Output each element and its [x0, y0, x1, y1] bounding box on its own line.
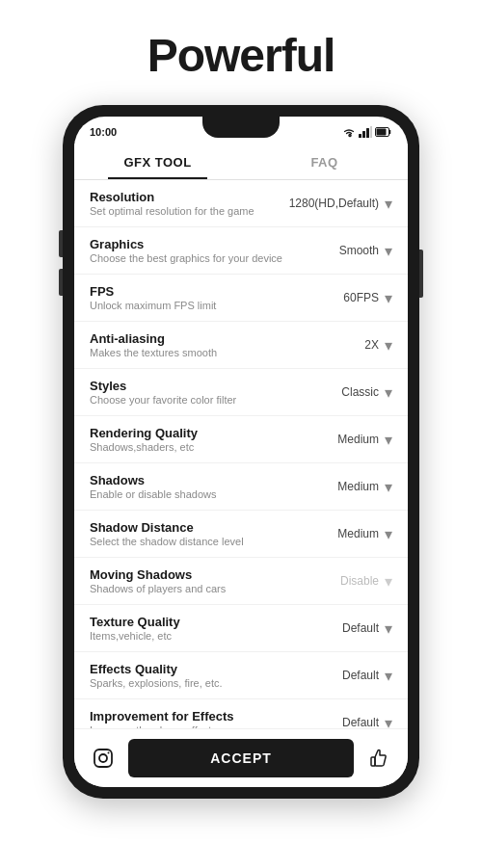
setting-desc-shadows: Enable or disable shadows [90, 488, 337, 500]
setting-item-texture-quality[interactable]: Texture QualityItems,vehicle, etcDefault… [74, 605, 408, 652]
dropdown-arrow-resolution: ▾ [385, 195, 392, 213]
phone-screen: 10:00 [74, 117, 408, 787]
setting-desc-anti-aliasing: Makes the textures smooth [90, 347, 364, 358]
thumbsup-icon [368, 748, 389, 769]
svg-rect-2 [366, 128, 369, 138]
setting-info-graphics: GraphicsChoose the best graphics for you… [90, 237, 339, 264]
svg-rect-1 [362, 131, 365, 138]
setting-info-resolution: ResolutionSet optimal resolution for the… [90, 190, 289, 217]
setting-value-text-graphics: Smooth [339, 244, 379, 257]
setting-value-texture-quality[interactable]: Default▾ [342, 619, 392, 638]
setting-value-resolution[interactable]: 1280(HD,Default)▾ [289, 195, 392, 213]
svg-rect-6 [94, 750, 112, 767]
setting-value-anti-aliasing[interactable]: 2X▾ [364, 336, 392, 355]
setting-title-moving-shadows: Moving Shadows [90, 567, 340, 582]
setting-value-text-styles: Classic [341, 385, 379, 399]
setting-info-texture-quality: Texture QualityItems,vehicle, etc [90, 615, 342, 642]
dropdown-arrow-shadows: ▾ [385, 478, 392, 496]
setting-info-fps: FPSUnlock maximum FPS limit [90, 284, 343, 311]
setting-value-shadow-distance[interactable]: Medium▾ [337, 525, 392, 543]
volume-down-button [59, 269, 63, 296]
phone-frame: 10:00 [63, 105, 419, 799]
setting-value-shadows[interactable]: Medium▾ [337, 478, 392, 496]
setting-title-resolution: Resolution [90, 190, 289, 204]
setting-value-text-shadows: Medium [337, 480, 379, 493]
setting-item-styles[interactable]: StylesChoose your favorite color filterC… [74, 369, 408, 416]
setting-value-text-moving-shadows: Disable [340, 574, 379, 588]
svg-point-7 [99, 754, 107, 762]
setting-desc-texture-quality: Items,vehicle, etc [90, 630, 342, 642]
setting-desc-styles: Choose your favorite color filter [90, 394, 341, 406]
setting-value-graphics[interactable]: Smooth▾ [339, 242, 392, 260]
tabs: GFX TOOL FAQ [74, 144, 408, 180]
setting-value-text-improvement-effects: Default [342, 716, 379, 728]
tab-faq[interactable]: FAQ [241, 144, 408, 179]
thumbsup-button[interactable] [362, 741, 396, 776]
tab-gfx-tool[interactable]: GFX TOOL [74, 144, 241, 179]
setting-value-text-fps: 60FPS [343, 291, 379, 304]
setting-value-text-rendering-quality: Medium [337, 433, 379, 446]
setting-info-anti-aliasing: Anti-aliasingMakes the textures smooth [90, 331, 364, 358]
setting-title-improvement-effects: Improvement for Effects [90, 709, 342, 723]
setting-item-resolution[interactable]: ResolutionSet optimal resolution for the… [74, 180, 408, 227]
wifi-icon [342, 126, 356, 138]
signal-icon [359, 126, 372, 138]
setting-item-shadow-distance[interactable]: Shadow DistanceSelect the shadow distanc… [74, 511, 408, 558]
svg-point-8 [108, 752, 110, 754]
setting-desc-effects-quality: Sparks, explosions, fire, etc. [90, 677, 342, 689]
setting-title-texture-quality: Texture Quality [90, 615, 342, 629]
notch [202, 117, 280, 138]
setting-info-styles: StylesChoose your favorite color filter [90, 379, 341, 406]
setting-desc-rendering-quality: Shadows,shaders, etc [90, 441, 337, 453]
setting-desc-resolution: Set optimal resolution for the game [90, 205, 289, 217]
setting-title-graphics: Graphics [90, 237, 339, 251]
setting-item-graphics[interactable]: GraphicsChoose the best graphics for you… [74, 227, 408, 275]
bottom-bar: ACCEPT [74, 728, 408, 787]
setting-desc-moving-shadows: Shadows of players and cars [90, 583, 340, 594]
setting-info-moving-shadows: Moving ShadowsShadows of players and car… [90, 567, 340, 594]
status-icons [342, 126, 392, 138]
setting-item-shadows[interactable]: ShadowsEnable or disable shadowsMedium▾ [74, 463, 408, 511]
setting-info-rendering-quality: Rendering QualityShadows,shaders, etc [90, 426, 337, 453]
setting-item-effects-quality[interactable]: Effects QualitySparks, explosions, fire,… [74, 652, 408, 699]
svg-rect-9 [371, 757, 375, 766]
settings-list: ResolutionSet optimal resolution for the… [74, 180, 408, 728]
setting-item-fps[interactable]: FPSUnlock maximum FPS limit60FPS▾ [74, 275, 408, 322]
setting-value-improvement-effects[interactable]: Default▾ [342, 714, 392, 729]
setting-desc-shadow-distance: Select the shadow distance level [90, 536, 337, 547]
setting-value-moving-shadows[interactable]: Disable▾ [340, 572, 392, 591]
power-button [419, 250, 423, 298]
dropdown-arrow-moving-shadows: ▾ [385, 572, 392, 591]
setting-info-improvement-effects: Improvement for EffectsImproves the abov… [90, 709, 342, 728]
setting-item-rendering-quality[interactable]: Rendering QualityShadows,shaders, etcMed… [74, 416, 408, 463]
setting-info-effects-quality: Effects QualitySparks, explosions, fire,… [90, 662, 342, 689]
dropdown-arrow-graphics: ▾ [385, 242, 392, 260]
setting-item-improvement-effects[interactable]: Improvement for EffectsImproves the abov… [74, 699, 408, 728]
setting-title-rendering-quality: Rendering Quality [90, 426, 337, 440]
svg-rect-5 [377, 129, 387, 136]
svg-rect-3 [370, 126, 372, 138]
svg-rect-0 [359, 134, 362, 138]
setting-title-shadows: Shadows [90, 473, 337, 487]
setting-info-shadows: ShadowsEnable or disable shadows [90, 473, 337, 500]
setting-title-styles: Styles [90, 379, 341, 393]
page-title: Powerful [147, 29, 335, 82]
setting-value-effects-quality[interactable]: Default▾ [342, 667, 392, 685]
battery-icon [375, 126, 392, 138]
setting-value-fps[interactable]: 60FPS▾ [343, 289, 392, 307]
setting-desc-graphics: Choose the best graphics for your device [90, 252, 339, 264]
volume-up-button [59, 230, 63, 257]
instagram-button[interactable] [86, 741, 120, 776]
setting-info-shadow-distance: Shadow DistanceSelect the shadow distanc… [90, 520, 337, 547]
setting-item-anti-aliasing[interactable]: Anti-aliasingMakes the textures smooth2X… [74, 322, 408, 369]
setting-item-moving-shadows[interactable]: Moving ShadowsShadows of players and car… [74, 558, 408, 605]
dropdown-arrow-effects-quality: ▾ [385, 667, 392, 685]
setting-desc-fps: Unlock maximum FPS limit [90, 300, 343, 311]
setting-title-effects-quality: Effects Quality [90, 662, 342, 676]
accept-button[interactable]: ACCEPT [128, 739, 354, 777]
dropdown-arrow-rendering-quality: ▾ [385, 431, 392, 449]
dropdown-arrow-fps: ▾ [385, 289, 392, 307]
setting-value-styles[interactable]: Classic▾ [341, 383, 392, 402]
setting-value-rendering-quality[interactable]: Medium▾ [337, 431, 392, 449]
setting-value-text-anti-aliasing: 2X [364, 338, 379, 352]
